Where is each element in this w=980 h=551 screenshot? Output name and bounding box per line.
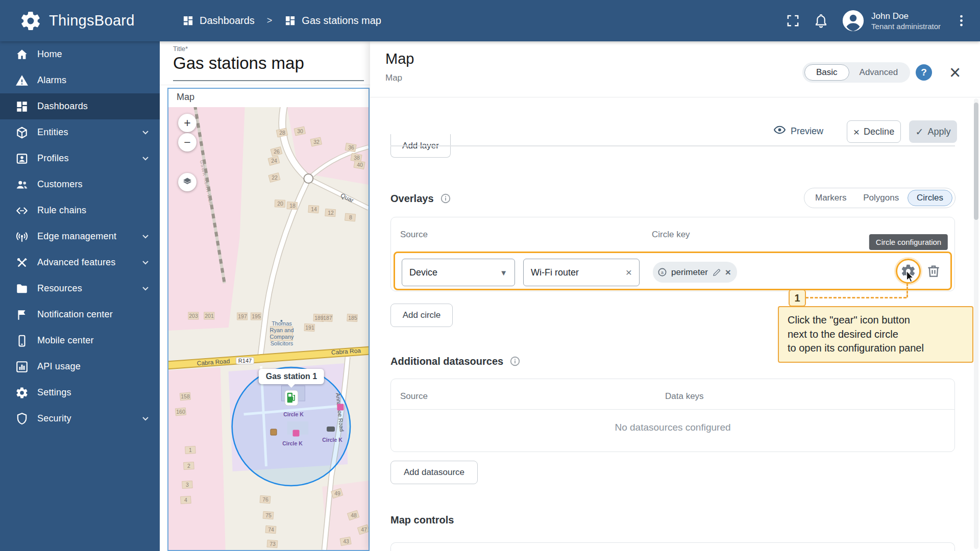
annotation-connector [805, 297, 906, 298]
gas-station-marker-icon[interactable] [285, 390, 299, 408]
sidebar: Home Alarms Dashboards Entities Profiles… [0, 41, 160, 551]
panel-title: Map [385, 51, 414, 67]
eye-icon [773, 123, 786, 139]
circle-key-chip[interactable]: a perimeter × [653, 262, 737, 283]
breadcrumb-label: Dashboards [200, 15, 255, 27]
decline-button[interactable]: × Decline [847, 120, 901, 143]
sidebar-item-advanced-features[interactable]: Advanced features [0, 249, 160, 276]
sidebar-item-edge-management[interactable]: Edge management [0, 223, 160, 249]
toggle-polygons[interactable]: Polygons [855, 190, 907, 206]
sidebar-item-security[interactable]: Security [0, 406, 160, 432]
customers-people-icon [15, 178, 29, 191]
kebab-menu-icon[interactable] [954, 13, 969, 28]
sidebar-item-mobile-center[interactable]: Mobile center [0, 328, 160, 354]
sidebar-item-resources[interactable]: Resources [0, 276, 160, 302]
breadcrumb-dashboards[interactable]: Dashboards [182, 15, 255, 27]
folder-icon [15, 282, 29, 295]
dashboard-title-input[interactable]: Gas stations map [173, 54, 304, 73]
apply-button[interactable]: ✓ Apply [909, 120, 957, 143]
shop-poi-icon [271, 429, 277, 436]
preview-button[interactable]: Preview [773, 121, 823, 141]
basic-advanced-toggle: Basic Advanced [802, 62, 910, 83]
divider [370, 97, 980, 97]
map-layers-button[interactable] [178, 173, 197, 191]
chevron-down-icon [139, 230, 152, 242]
building-number: 8 [349, 214, 352, 220]
map-controls-card [390, 542, 955, 551]
sidebar-item-settings[interactable]: Settings [0, 380, 160, 406]
info-icon [509, 356, 521, 367]
sidebar-item-customers[interactable]: Customers [0, 171, 160, 197]
poi-label: Circle K [322, 437, 342, 443]
chevron-down-icon: ▼ [500, 268, 507, 277]
trash-icon-button[interactable] [926, 263, 941, 279]
toggle-basic[interactable]: Basic [804, 64, 849, 81]
remove-icon[interactable]: × [725, 267, 731, 278]
breadcrumb: Dashboards > Gas stations map [182, 0, 381, 41]
gear-tooltip: Circle configuration [869, 234, 948, 250]
close-icon[interactable]: × [944, 61, 966, 84]
building-number: 30 [297, 128, 303, 134]
poi-label: Circle K [283, 412, 304, 417]
zoom-out-button[interactable]: − [178, 133, 197, 152]
add-circle-button[interactable]: Add circle [390, 304, 453, 327]
alarm-warning-icon [15, 74, 29, 87]
poi-label: Circle K [282, 441, 303, 446]
toggle-circles[interactable]: Circles [908, 190, 952, 206]
fullscreen-icon[interactable] [786, 13, 800, 28]
profile-badge-icon [15, 152, 29, 165]
building-number: 48 [351, 512, 357, 518]
user-menu[interactable]: John Doe Tenant administrator [842, 9, 941, 32]
source-type-select[interactable]: Device ▼ [402, 259, 515, 286]
building-number: 43 [343, 538, 349, 544]
gear-icon [15, 386, 29, 399]
user-role: Tenant administrator [871, 21, 941, 31]
building-number: 24 [271, 158, 277, 164]
sidebar-item-alarms[interactable]: Alarms [0, 67, 160, 93]
car-poi-icon [327, 427, 335, 432]
breadcrumb-current-page[interactable]: Gas stations map [284, 15, 381, 27]
overlay-type-toggle: Markers Polygons Circles [804, 188, 955, 208]
annotation-step-badge: 1 [789, 289, 806, 307]
widget-settings-panel: Map Map Basic Advanced ? × Preview × Dec… [370, 41, 980, 551]
key-type-icon: a [657, 267, 667, 277]
mouse-cursor [904, 270, 917, 285]
panel-scrollbar[interactable] [974, 98, 978, 549]
building-number: 20 [277, 201, 283, 207]
sidebar-item-entities[interactable]: Entities [0, 119, 160, 145]
building-number: 38 [354, 155, 360, 161]
building-number: 18 [289, 203, 296, 209]
sidebar-item-api-usage[interactable]: API usage [0, 354, 160, 380]
zoom-in-button[interactable]: + [178, 114, 197, 132]
dashboards-icon [182, 15, 194, 27]
dashboards-icon [284, 15, 296, 27]
scrollbar-thumb[interactable] [974, 103, 978, 220]
building-number: 187 [323, 315, 332, 321]
close-icon: × [853, 127, 860, 137]
building-number: 195 [252, 313, 261, 319]
sidebar-item-notification-center[interactable]: Notification center [0, 302, 160, 328]
sidebar-item-dashboards[interactable]: Dashboards [0, 93, 160, 119]
help-icon[interactable]: ? [916, 64, 932, 81]
info-icon [440, 193, 451, 204]
check-icon: ✓ [916, 127, 924, 137]
sidebar-item-home[interactable]: Home [0, 41, 160, 67]
clear-icon[interactable]: × [626, 266, 632, 279]
map-widget[interactable]: Map [167, 88, 370, 551]
chevron-down-icon [139, 412, 152, 424]
dashboard-edit-area: Title* Gas stations map Map [160, 41, 370, 551]
sidebar-item-rule-chains[interactable]: Rule chains [0, 197, 160, 223]
source-entity-field[interactable]: Wi-Fi router × [523, 259, 640, 286]
toggle-markers[interactable]: Markers [807, 190, 854, 206]
avatar [842, 9, 865, 32]
app-logo[interactable]: ThingsBoard [19, 0, 135, 41]
shop-poi-icon [293, 430, 300, 437]
map-canvas[interactable]: Cabra Road R147 Cabra Roa Annamoe Road Q… [168, 107, 369, 550]
map-marker-tooltip[interactable]: Gas station 1 [259, 369, 324, 384]
toggle-advanced[interactable]: Advanced [849, 64, 909, 81]
notifications-bell-icon[interactable] [814, 13, 828, 28]
add-datasource-button[interactable]: Add datasource [390, 461, 478, 484]
sidebar-item-profiles[interactable]: Profiles [0, 145, 160, 171]
route-ref-badge: R147 [236, 357, 254, 364]
edit-pencil-icon[interactable] [712, 268, 721, 277]
